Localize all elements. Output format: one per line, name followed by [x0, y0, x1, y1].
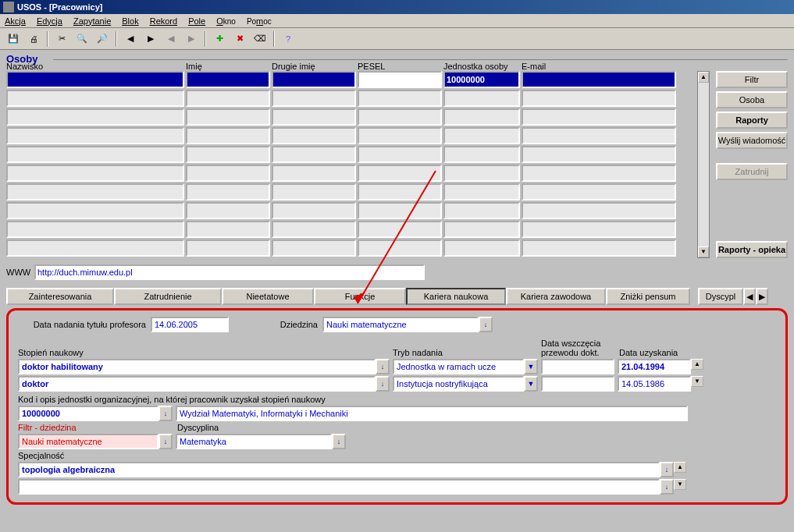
tryb1-dropdown-icon[interactable]: ▼ [524, 359, 538, 374]
spec2-dropdown-icon[interactable]: ↓ [660, 479, 674, 495]
scrollbar[interactable]: ▲ ▼ [697, 71, 710, 258]
menu-edycja[interactable]: Edycja [37, 16, 62, 26]
raporty-button[interactable]: Raporty [716, 112, 788, 129]
uzysk-label: Data uzyskania [619, 348, 697, 357]
stopien2-dropdown-icon[interactable]: ↓ [376, 376, 390, 392]
help-icon[interactable]: ? [280, 30, 297, 48]
header-drugie: Drugie imię [272, 62, 358, 71]
dysc-label: Dyscyplina [177, 423, 219, 432]
table-row[interactable] [6, 108, 697, 126]
table-row[interactable]: 10000000 [6, 71, 697, 88]
raporty-opieka-button[interactable]: Raporty - opieka [716, 241, 788, 258]
prof-date-label: Data nadania tytułu profesora [18, 320, 151, 329]
wszcz2-input[interactable] [541, 376, 614, 392]
tab-nieetatowe[interactable]: Nieetatowe [222, 288, 314, 305]
delete-icon[interactable]: ✖ [231, 30, 248, 48]
cell-email[interactable] [522, 71, 676, 88]
kod-input[interactable]: 10000000 [18, 406, 158, 421]
scroll-down-icon[interactable]: ▼ [674, 479, 686, 490]
dziedzina-input[interactable]: Nauki matematyczne [322, 317, 479, 332]
tab-kariera-zawodowa[interactable]: Kariera zawodowa [506, 288, 606, 305]
menu-zapytanie[interactable]: Zapytanie [73, 16, 111, 26]
menu-pole[interactable]: Pole [188, 16, 205, 26]
tryb1-input[interactable]: Jednostka w ramach ucze [393, 359, 524, 374]
stopien-label: Stopień naukowy [18, 348, 393, 357]
spec1-dropdown-icon[interactable]: ↓ [660, 462, 674, 477]
window-title: USOS - [Pracownicy] [17, 2, 102, 12]
www-input[interactable]: http://duch.mimuw.edu.pl [34, 264, 425, 280]
menu-blok[interactable]: Blok [122, 16, 138, 26]
tab-next-icon[interactable]: ▶ [756, 288, 768, 305]
tab-kariera-naukowa[interactable]: Kariera naukowa [406, 288, 506, 305]
filtr-button[interactable]: Filtr [716, 71, 788, 88]
table-row[interactable] [6, 239, 697, 257]
scroll-down-icon[interactable]: ▼ [691, 376, 703, 387]
menu-bar: Akcja Edycja Zapytanie Blok Rekord Pole … [0, 14, 794, 28]
tab-znizki[interactable]: Zniżki pensum [606, 288, 690, 305]
filtr-dropdown-icon[interactable]: ↓ [158, 434, 173, 449]
paste-icon[interactable]: 🔎 [94, 30, 111, 48]
zatrudnij-button[interactable]: Zatrudnij [716, 163, 788, 180]
cell-imie[interactable] [186, 71, 270, 88]
last-icon[interactable]: ▶ [183, 30, 200, 48]
table-row[interactable] [6, 90, 697, 107]
menu-akcja[interactable]: Akcja [5, 16, 26, 26]
menu-okno[interactable]: Okno [216, 16, 236, 26]
clear-icon[interactable]: ⌫ [251, 30, 269, 48]
scroll-down-icon[interactable]: ▼ [698, 246, 709, 257]
cut-icon[interactable]: ✂ [53, 30, 70, 48]
table-row[interactable] [6, 146, 697, 163]
tryb2-input[interactable]: Instytucja nostryfikująca [393, 376, 524, 392]
grid[interactable]: 10000000 [6, 71, 697, 258]
wszcz1-input[interactable] [541, 359, 614, 374]
first-icon[interactable]: ◀ [122, 30, 139, 48]
tab-prev-icon[interactable]: ◀ [743, 288, 756, 305]
scroll-up-icon[interactable]: ▲ [698, 72, 709, 83]
table-row[interactable] [6, 165, 697, 182]
wyslij-button[interactable]: Wyślij wiadomość [716, 132, 788, 149]
tab-dyscypl[interactable]: Dyscypl [698, 288, 743, 305]
cell-nazwisko[interactable] [6, 71, 184, 88]
next-icon[interactable]: ◀ [162, 30, 180, 48]
tab-funkcje[interactable]: Funkcje [314, 288, 406, 305]
table-row[interactable] [6, 221, 697, 238]
cell-jednostka[interactable]: 10000000 [443, 71, 520, 88]
prev-icon[interactable]: ▶ [142, 30, 159, 48]
filtr-input[interactable]: Nauki matematyczne [18, 434, 158, 449]
tryb2-dropdown-icon[interactable]: ▼ [524, 376, 538, 392]
dziedzina-dropdown-icon[interactable]: ↓ [479, 317, 493, 332]
cell-pesel[interactable] [358, 71, 442, 88]
stopien2-input[interactable]: doktor [18, 376, 376, 392]
title-bar: USOS - [Pracownicy] [0, 0, 794, 14]
spec2-input[interactable] [18, 479, 660, 495]
osoba-button[interactable]: Osoba [716, 91, 788, 108]
uzysk2-input[interactable]: 14.05.1986 [618, 376, 691, 392]
tab-zainteresowania[interactable]: Zainteresowania [6, 288, 114, 305]
kod-label: Kod i opis jednostki organizacyjnej, na … [18, 395, 326, 404]
cell-drugie[interactable] [272, 71, 356, 88]
grid-headers: Nazwisko Imię Drugie imię PESEL Jednostk… [6, 62, 788, 71]
print-icon[interactable]: 🖨 [25, 30, 42, 48]
save-icon[interactable]: 💾 [5, 30, 22, 48]
menu-rekord[interactable]: Rekord [150, 16, 177, 26]
prof-date-input[interactable]: 14.06.2005 [151, 317, 229, 332]
add-icon[interactable]: ✚ [211, 30, 228, 48]
spec1-input[interactable]: topologia algebraiczna [18, 462, 660, 477]
scroll-up-icon[interactable]: ▲ [691, 359, 703, 370]
stopien1-input[interactable]: doktor habilitowany [18, 359, 376, 374]
copy-icon[interactable]: 🔍 [73, 30, 91, 48]
dziedzina-label: Dziedzina [229, 320, 322, 329]
kod-dropdown-icon[interactable]: ↓ [158, 406, 173, 421]
kod-opis-input[interactable]: Wydział Matematyki, Informatyki i Mechan… [176, 406, 688, 421]
table-row[interactable] [6, 127, 697, 144]
scroll-up-icon[interactable]: ▲ [674, 462, 686, 473]
tab-zatrudnienie[interactable]: Zatrudnienie [114, 288, 222, 305]
header-pesel: PESEL [358, 62, 443, 71]
menu-pomoc[interactable]: Pomoc [247, 16, 272, 26]
uzysk1-input[interactable]: 21.04.1994 [618, 359, 691, 374]
table-row[interactable] [6, 183, 697, 200]
dysc-input[interactable]: Matematyka [176, 434, 332, 449]
dysc-dropdown-icon[interactable]: ↓ [332, 434, 346, 449]
table-row[interactable] [6, 202, 697, 219]
stopien1-dropdown-icon[interactable]: ↓ [376, 359, 390, 374]
